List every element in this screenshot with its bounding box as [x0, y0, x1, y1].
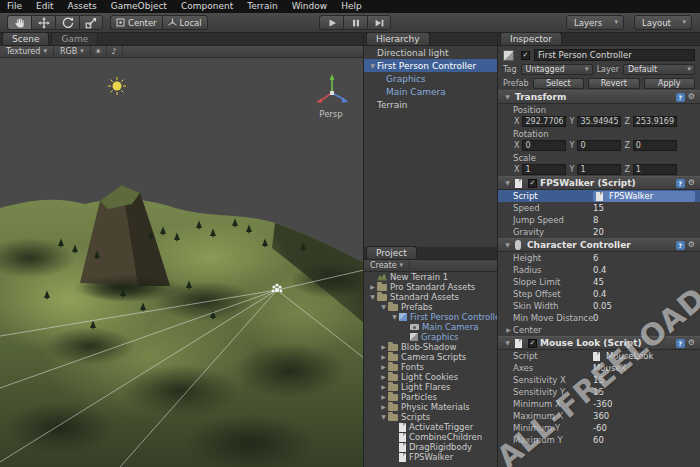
tab-scene[interactable]: Scene [2, 32, 49, 45]
active-checkbox[interactable]: ✓ [521, 51, 530, 60]
rotation-x-field[interactable] [522, 140, 566, 151]
scale-y-field[interactable] [577, 164, 621, 175]
menu-component[interactable]: Component [174, 0, 240, 13]
menu-assets[interactable]: Assets [61, 0, 104, 13]
fold-closed-icon[interactable]: ▶ [379, 354, 388, 360]
layout-dropdown[interactable]: Layout ▾ [634, 15, 692, 30]
maximum-y-value[interactable]: 60 [593, 435, 695, 445]
help-icon[interactable]: ? [676, 93, 685, 102]
project-item-fonts[interactable]: ▶Fonts [364, 362, 497, 372]
gravity-value[interactable]: 20 [593, 227, 695, 237]
help-icon[interactable]: ? [676, 339, 685, 348]
mouse-look-enabled-checkbox[interactable]: ✓ [528, 339, 537, 348]
jump-speed-value[interactable]: 8 [593, 215, 695, 225]
project-item-combinechildren[interactable]: CombineChildren [364, 432, 497, 442]
project-item-light-flares[interactable]: ▶Light Flares [364, 382, 497, 392]
menu-file[interactable]: File [0, 0, 29, 13]
gear-icon[interactable]: ⚙ [688, 241, 695, 249]
menu-gameobject[interactable]: GameObject [104, 0, 174, 13]
script-reference-field[interactable]: FPSWalker [593, 191, 695, 202]
pivot-center-button[interactable]: Center [110, 15, 162, 30]
position-y-field[interactable] [577, 116, 621, 127]
fold-closed-icon[interactable]: ▶ [504, 327, 513, 333]
scale-z-field[interactable] [633, 164, 677, 175]
project-item-first-person-controller[interactable]: ▼First Person Controller [364, 312, 497, 322]
rotate-tool-button[interactable] [55, 15, 79, 30]
project-item-dragrigidbody[interactable]: DragRigidbody [364, 442, 497, 452]
fold-open-icon[interactable]: ▼ [503, 340, 512, 346]
fold-open-icon[interactable]: ▼ [503, 180, 512, 186]
hierarchy-item-terrain[interactable]: Terrain [364, 98, 497, 111]
project-item-particles[interactable]: ▶Particles [364, 392, 497, 402]
scale-x-field[interactable] [522, 164, 566, 175]
rotation-z-field[interactable] [633, 140, 677, 151]
fpswalker-enabled-checkbox[interactable]: ✓ [528, 179, 537, 188]
project-item-blob-shadow[interactable]: ▶Blob-Shadow [364, 342, 497, 352]
sensitivity-x-value[interactable]: 15 [593, 375, 695, 385]
mouse-look-script-row[interactable]: Script MouseLook [498, 350, 700, 362]
pause-button[interactable] [343, 15, 367, 30]
fold-closed-icon[interactable]: ▶ [379, 364, 388, 370]
gear-icon[interactable]: ⚙ [688, 179, 695, 187]
layer-dropdown[interactable]: Default▾ [623, 64, 695, 75]
draw-mode-dropdown[interactable]: Textured ▾ [0, 46, 54, 58]
minimum-x-value[interactable]: -360 [593, 399, 695, 409]
project-item-main-camera[interactable]: Main Camera [364, 322, 497, 332]
move-tool-button[interactable] [31, 15, 55, 30]
fold-open-icon[interactable]: ▼ [368, 63, 377, 69]
menu-window[interactable]: Window [285, 0, 335, 13]
project-item-fpswalker[interactable]: FPSWalker [364, 452, 497, 462]
step-offset-value[interactable]: 0.4 [593, 289, 695, 299]
fold-open-icon[interactable]: ▼ [379, 304, 388, 310]
mouse-look-header[interactable]: ▼ ✓ Mouse Look (Script) ? ⚙ [498, 336, 700, 350]
project-item-graphics[interactable]: Graphics [364, 332, 497, 342]
fold-open-icon[interactable]: ▼ [379, 414, 388, 420]
project-item-prefabs[interactable]: ▼Prefabs [364, 302, 497, 312]
tab-game[interactable]: Game [51, 32, 98, 45]
project-item-new-terrain[interactable]: New Terrain 1 [364, 272, 497, 282]
scale-tool-button[interactable] [79, 15, 103, 30]
rotation-y-field[interactable] [577, 140, 621, 151]
project-item-scripts[interactable]: ▼Scripts [364, 412, 497, 422]
hierarchy-item-first-person-controller[interactable]: ▼First Person Controller [364, 59, 497, 72]
gear-icon[interactable]: ⚙ [688, 339, 695, 347]
render-mode-dropdown[interactable]: RGB ▾ [54, 46, 91, 58]
slope-limit-value[interactable]: 45 [593, 277, 695, 287]
hand-tool-button[interactable] [7, 15, 31, 30]
minimum-y-value[interactable]: -60 [593, 423, 695, 433]
tab-hierarchy[interactable]: Hierarchy [366, 32, 430, 45]
position-x-field[interactable] [522, 116, 566, 127]
create-dropdown[interactable]: Create ▾ [364, 260, 410, 272]
fold-closed-icon[interactable]: ▶ [379, 374, 388, 380]
hierarchy-item-main-camera[interactable]: Main Camera [364, 85, 497, 98]
project-item-physic-materials[interactable]: ▶Physic Materials [364, 402, 497, 412]
rotation-local-button[interactable]: Local [162, 15, 208, 30]
axes-dropdown[interactable]: MouseX [593, 363, 695, 373]
tag-dropdown[interactable]: Untagged▾ [521, 64, 593, 75]
scene-lighting-toggle[interactable]: ☀ [91, 46, 107, 58]
fold-open-icon[interactable]: ▼ [390, 314, 399, 320]
menu-terrain[interactable]: Terrain [240, 0, 284, 13]
tab-inspector[interactable]: Inspector [500, 32, 562, 45]
min-move-distance-value[interactable]: 0 [593, 313, 695, 323]
project-item-standard-assets[interactable]: ▼Standard Assets [364, 292, 497, 302]
menu-help[interactable]: Help [334, 0, 369, 13]
tab-project[interactable]: Project [366, 246, 417, 259]
fpswalker-component-header[interactable]: ▼ ✓ FPSWalker (Script) ? ⚙ [498, 176, 700, 190]
fpswalker-script-row[interactable]: Script FPSWalker [498, 190, 700, 202]
character-controller-header[interactable]: ▼ Character Controller ? ⚙ [498, 238, 700, 252]
radius-value[interactable]: 0.4 [593, 265, 695, 275]
fold-closed-icon[interactable]: ▶ [379, 344, 388, 350]
position-z-field[interactable] [633, 116, 677, 127]
play-button[interactable] [319, 15, 343, 30]
fold-closed-icon[interactable]: ▶ [379, 394, 388, 400]
step-button[interactable] [367, 15, 391, 30]
project-item-light-cookies[interactable]: ▶Light Cookies [364, 372, 497, 382]
prefab-select-button[interactable]: Select [533, 78, 585, 89]
layers-dropdown[interactable]: Layers ▾ [566, 15, 624, 30]
center-row[interactable]: ▶Center [498, 324, 700, 336]
prefab-revert-button[interactable]: Revert [588, 78, 640, 89]
skin-width-value[interactable]: 0.05 [593, 301, 695, 311]
maximum-x-value[interactable]: 360 [593, 411, 695, 421]
scene-viewport[interactable]: Persp [0, 58, 363, 467]
